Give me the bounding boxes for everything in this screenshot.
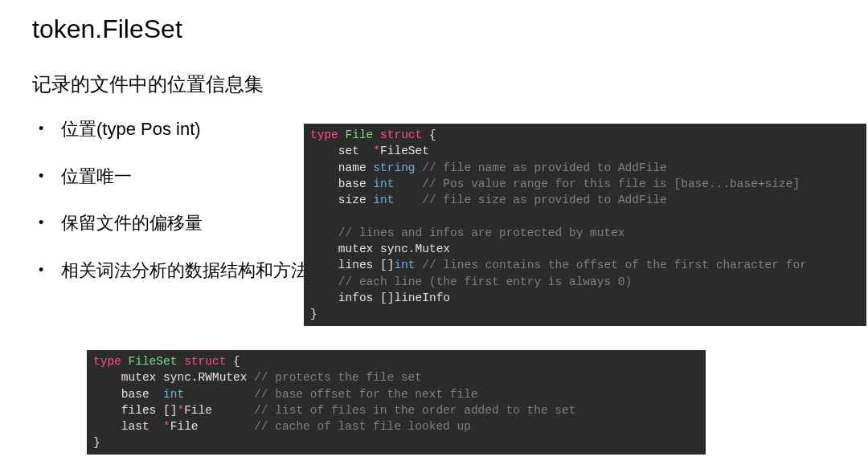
bracket: [] <box>380 292 394 304</box>
field-name: files <box>121 404 157 417</box>
type-ref: lineInfo <box>394 292 450 304</box>
comment: // protects the file set <box>254 371 422 384</box>
comment: // cache of last file looked up <box>254 420 471 433</box>
type-ref: File <box>170 420 199 433</box>
field-name: last <box>121 420 149 433</box>
builtin-type: int <box>394 259 415 271</box>
comment: // Pos value range for this file is [bas… <box>422 177 800 190</box>
builtin-type: int <box>163 388 184 401</box>
comment: // file size as provided to AddFile <box>422 194 667 206</box>
comment: // base offset for the next file <box>254 388 477 401</box>
type-name: FileSet <box>129 355 178 368</box>
comment: // lines and infos are protected by mute… <box>338 226 625 239</box>
slide-subtitle: 记录的文件中的位置信息集 <box>32 71 836 97</box>
comment: // lines contains the offset of the firs… <box>422 259 807 271</box>
keyword-type: type <box>310 128 338 141</box>
type-ref: FileSet <box>380 145 429 157</box>
field-name: mutex <box>121 371 157 384</box>
brace-close: } <box>93 436 100 449</box>
brace-open: { <box>233 355 240 368</box>
code-block-fileset-struct: type FileSet struct { mutex sync.RWMutex… <box>87 350 706 455</box>
builtin-type: string <box>373 161 415 174</box>
star-op: * <box>177 404 184 417</box>
type-ref: sync.Mutex <box>380 243 450 255</box>
field-name: base <box>338 177 366 190</box>
type-ref: sync.RWMutex <box>163 371 247 384</box>
slide-title: token.FileSet <box>32 14 836 44</box>
comment: // file name as provided to AddFile <box>422 161 667 174</box>
brace-open: { <box>429 128 436 141</box>
comment: // each line (the first entry is always … <box>338 275 632 288</box>
builtin-type: int <box>373 177 394 190</box>
field-name: lines <box>338 259 374 271</box>
field-name: size <box>338 194 366 206</box>
field-name: set <box>338 145 359 157</box>
comment: // list of files in the order added to t… <box>254 404 575 417</box>
field-name: name <box>338 161 366 174</box>
code-block-file-struct: type File struct { set *FileSet name str… <box>304 124 866 326</box>
keyword-type: type <box>93 355 121 368</box>
keyword-struct: struct <box>380 128 422 141</box>
brace-close: } <box>310 308 317 320</box>
star-op: * <box>373 145 380 157</box>
type-ref: File <box>184 404 212 417</box>
field-name: mutex <box>338 243 374 255</box>
bracket: [] <box>163 404 177 417</box>
builtin-type: int <box>373 194 394 206</box>
type-name: File <box>346 128 374 141</box>
field-name: base <box>121 388 149 401</box>
bracket: [] <box>380 259 394 271</box>
star-op: * <box>163 420 170 433</box>
field-name: infos <box>338 292 374 304</box>
slide: token.FileSet 记录的文件中的位置信息集 位置(type Pos i… <box>0 0 868 282</box>
keyword-struct: struct <box>184 355 226 368</box>
